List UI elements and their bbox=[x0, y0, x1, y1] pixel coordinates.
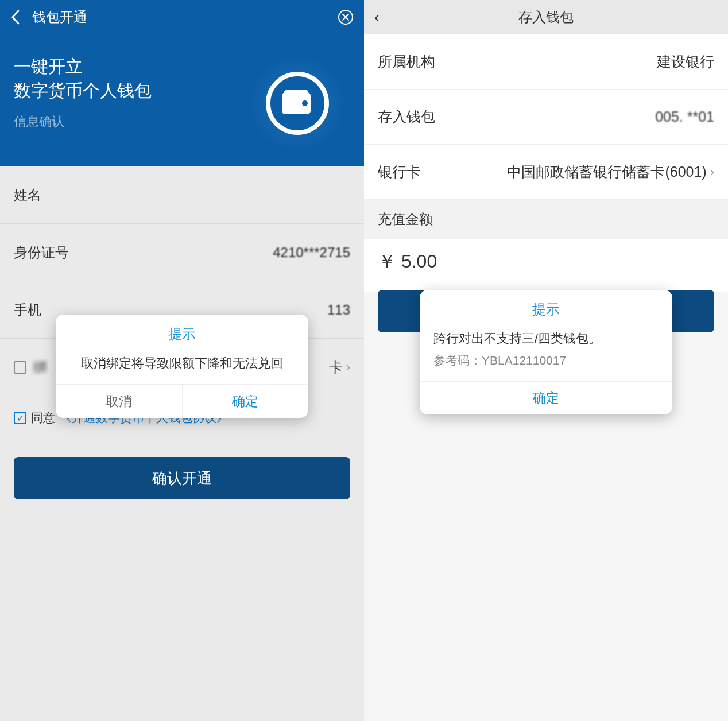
ref-label: 参考码： bbox=[433, 354, 482, 367]
wallet-label: 存入钱包 bbox=[378, 107, 435, 126]
hero-banner: 一键开立 数字货币个人钱包 信息确认 bbox=[0, 34, 364, 166]
chevron-right-icon: › bbox=[710, 165, 714, 180]
navbar: 钱包开通 bbox=[0, 0, 364, 34]
checkbox-empty-icon[interactable] bbox=[14, 361, 26, 374]
wallet-icon bbox=[266, 72, 329, 135]
checkbox-checked-icon[interactable]: ✓ bbox=[14, 412, 26, 424]
info-list: 所属机构 建设银行 存入钱包 005. **01 银行卡 中国邮政储蓄银行储蓄卡… bbox=[364, 34, 728, 200]
row-card[interactable]: 银行卡 中国邮政储蓄银行储蓄卡(6001) › bbox=[364, 145, 728, 200]
svg-rect-2 bbox=[284, 90, 308, 96]
dialog-title: 提示 bbox=[420, 290, 672, 324]
row-wallet[interactable]: 存入钱包 005. **01 bbox=[364, 90, 728, 145]
screen-deposit: ‹ 存入钱包 所属机构 建设银行 存入钱包 005. **01 银行卡 中国邮政… bbox=[364, 0, 728, 721]
screen-wallet-open: 钱包开通 一键开立 数字货币个人钱包 信息确认 姓名 身份证号 4210***2… bbox=[0, 0, 364, 721]
card-label: 银行卡 bbox=[378, 162, 421, 181]
alert-dialog: 提示 跨行对出不支持三/四类钱包。 参考码：YBLA12110017 确定 bbox=[420, 290, 672, 414]
amount-label: 充值金额 bbox=[364, 200, 728, 239]
close-circle-icon[interactable] bbox=[338, 9, 354, 25]
field-phone-label: 手机 bbox=[14, 301, 41, 319]
dialog-ok-button[interactable]: 确定 bbox=[420, 381, 672, 414]
page-title: 钱包开通 bbox=[32, 8, 87, 26]
card-row-suffix: 卡 bbox=[329, 358, 343, 377]
dialog-actions: 取消 确定 bbox=[56, 384, 308, 418]
wallet-value: 005. **01 bbox=[655, 108, 714, 125]
field-id-value: 4210***2715 bbox=[273, 245, 350, 261]
chevron-right-icon: › bbox=[346, 360, 350, 375]
back-icon[interactable] bbox=[10, 9, 22, 25]
org-label: 所属机构 bbox=[378, 52, 435, 71]
field-id[interactable]: 身份证号 4210***2715 bbox=[0, 224, 364, 281]
dialog-ref: 参考码：YBLA12110017 bbox=[433, 351, 659, 370]
agree-text: 同意 bbox=[31, 410, 55, 426]
wallet-badge bbox=[251, 57, 343, 149]
dialog-body: 跨行对出不支持三/四类钱包。 参考码：YBLA12110017 bbox=[420, 324, 672, 381]
dialog-message: 跨行对出不支持三/四类钱包。 bbox=[433, 329, 659, 348]
submit-button[interactable]: 确认开通 bbox=[14, 457, 350, 499]
card-value: 中国邮政储蓄银行储蓄卡(6001) bbox=[507, 162, 706, 181]
dialog-ok-button[interactable]: 确定 bbox=[183, 385, 309, 418]
dialog-title: 提示 bbox=[56, 315, 308, 349]
dialog-cancel-button[interactable]: 取消 bbox=[56, 385, 183, 418]
alert-dialog: 提示 取消绑定将导致限额下降和无法兑回 取消 确定 bbox=[56, 315, 308, 418]
navbar: ‹ 存入钱包 bbox=[364, 0, 728, 34]
ref-value: YBLA12110017 bbox=[482, 354, 566, 367]
field-id-label: 身份证号 bbox=[14, 243, 69, 262]
field-name[interactable]: 姓名 bbox=[0, 166, 364, 224]
org-value: 建设银行 bbox=[657, 52, 714, 71]
svg-point-3 bbox=[302, 100, 308, 106]
dialog-body: 取消绑定将导致限额下降和无法兑回 bbox=[56, 349, 308, 384]
page-title: 存入钱包 bbox=[518, 8, 574, 26]
field-phone-value: 113 bbox=[327, 302, 350, 318]
amount-value[interactable]: ￥ 5.00 bbox=[364, 239, 728, 292]
back-icon[interactable]: ‹ bbox=[374, 8, 380, 26]
field-name-label: 姓名 bbox=[14, 186, 41, 204]
row-org: 所属机构 建设银行 bbox=[364, 34, 728, 90]
card-row-left-text: 绑 bbox=[33, 358, 47, 377]
